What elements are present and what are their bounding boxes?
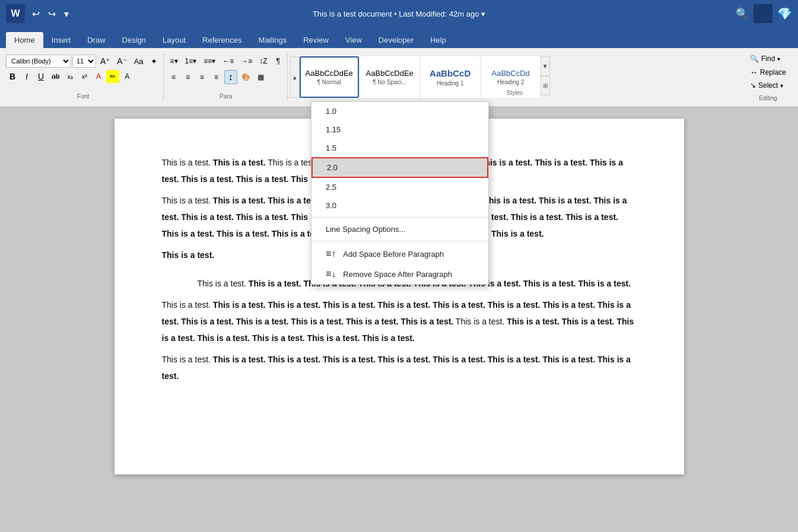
styles-group-label: Styles bbox=[507, 90, 523, 96]
font-shade-btn[interactable]: A bbox=[120, 70, 133, 83]
ribbon-tabs: Home Insert Draw Design Layout Reference… bbox=[0, 27, 798, 48]
tab-design[interactable]: Design bbox=[114, 32, 154, 48]
line-spacing-btn[interactable]: ↕ bbox=[224, 70, 237, 84]
line-spacing-options-label: Line Spacing Options... bbox=[326, 225, 405, 234]
remove-space-after[interactable]: ≡↓ Remove Space After Paragraph bbox=[311, 264, 488, 284]
quick-access-toolbar: ↩ ↪ ▾ bbox=[30, 6, 71, 22]
sort-btn[interactable]: ↕Z bbox=[256, 55, 270, 68]
tab-draw[interactable]: Draw bbox=[79, 32, 113, 48]
styles-scroll-down[interactable]: ▼ bbox=[541, 56, 550, 76]
tab-help[interactable]: Help bbox=[422, 32, 454, 48]
increase-indent-btn[interactable]: →≡ bbox=[238, 55, 255, 68]
font-case-btn[interactable]: Aa bbox=[131, 55, 147, 68]
document-area: This is a test. This is a test. This is … bbox=[0, 107, 798, 532]
line-spacing-options[interactable]: Line Spacing Options... bbox=[311, 220, 488, 238]
spacing-2-0[interactable]: 2.0 bbox=[311, 157, 488, 178]
spacing-1-0[interactable]: 1.0 bbox=[311, 107, 488, 120]
font-row-1: Calibri (Body) 11 A⁺ A⁻ Aa ✦ bbox=[6, 55, 161, 68]
tab-developer[interactable]: Developer bbox=[370, 32, 422, 48]
tab-references[interactable]: References bbox=[194, 32, 250, 48]
spacing-1-15-label: 1.15 bbox=[326, 125, 341, 134]
select-icon: ↘ bbox=[750, 81, 756, 90]
style-normal-preview: AaBbCcDdEe bbox=[306, 69, 353, 78]
style-no-spacing[interactable]: AaBbCcDdEe ¶ No Spaci... bbox=[360, 56, 419, 98]
paragraph-group: ≡▾ 1≡▾ ≡≡▾ ←≡ →≡ ↕Z ¶ ≡ ≡ ≡ ≡ ↕ 🎨 ▦ Para bbox=[165, 53, 288, 101]
underline-button[interactable]: U bbox=[34, 70, 47, 83]
multilevel-btn[interactable]: ≡≡▾ bbox=[201, 55, 218, 68]
styles-expand-btn[interactable]: ⊞ bbox=[541, 76, 550, 95]
italic-button[interactable]: I bbox=[20, 70, 33, 83]
add-space-icon: ≡↑ bbox=[326, 249, 336, 259]
align-center-btn[interactable]: ≡ bbox=[182, 71, 195, 84]
paragraph-6: This is a test. This is a test. This is … bbox=[162, 351, 637, 384]
numbering-btn[interactable]: 1≡▾ bbox=[182, 55, 200, 68]
word-ribbon-icon: 💎 bbox=[777, 7, 792, 21]
subscript-btn[interactable]: x₂ bbox=[63, 70, 77, 83]
line-spacing-dropdown: 1.0 1.15 1.5 2.0 2.5 3.0 Line Spacing Op… bbox=[311, 107, 489, 285]
style-heading1[interactable]: AaBbCcD Heading 1 bbox=[421, 56, 480, 98]
font-size-select[interactable]: 11 bbox=[72, 55, 96, 68]
font-group: Calibri (Body) 11 A⁺ A⁻ Aa ✦ B I U ab x₂… bbox=[4, 53, 164, 101]
show-para-btn[interactable]: ¶ bbox=[272, 55, 285, 68]
remove-space-label: Remove Space After Paragraph bbox=[343, 270, 452, 279]
align-left-btn[interactable]: ≡ bbox=[167, 71, 180, 84]
decrease-font-btn[interactable]: A⁻ bbox=[114, 55, 129, 68]
style-no-spacing-preview: AaBbCcDdEe bbox=[366, 69, 414, 78]
tab-home[interactable]: Home bbox=[6, 32, 43, 48]
para-row-1: ≡▾ 1≡▾ ≡≡▾ ←≡ →≡ ↕Z ¶ bbox=[167, 55, 285, 68]
tab-mailings[interactable]: Mailings bbox=[250, 32, 295, 48]
spacing-2-5-label: 2.5 bbox=[326, 183, 336, 192]
remove-space-icon: ≡↓ bbox=[326, 269, 336, 279]
styles-list: AaBbCcDdEe ¶ Normal AaBbCcDdEe ¶ No Spac… bbox=[300, 56, 541, 98]
paragraph-5: This is a test. This is a test. This is … bbox=[162, 297, 637, 346]
spacing-1-15[interactable]: 1.15 bbox=[311, 120, 488, 139]
borders-btn[interactable]: ▦ bbox=[255, 71, 268, 84]
search-button[interactable]: 🔍 bbox=[736, 7, 749, 20]
spacing-3-0-label: 3.0 bbox=[326, 201, 336, 210]
style-heading2-label: Heading 2 bbox=[497, 79, 524, 85]
spacing-1-5[interactable]: 1.5 bbox=[311, 139, 488, 157]
editing-group-label: Editing bbox=[746, 95, 790, 101]
tab-insert[interactable]: Insert bbox=[43, 32, 80, 48]
tab-review[interactable]: Review bbox=[295, 32, 337, 48]
replace-icon: ↔ bbox=[750, 68, 758, 77]
document-title: This is a test document • Last Modified:… bbox=[313, 9, 485, 18]
redo-button[interactable]: ↪ bbox=[46, 6, 58, 22]
highlight-btn[interactable]: ✏ bbox=[106, 70, 119, 83]
font-color-btn[interactable]: A bbox=[92, 70, 105, 83]
style-heading1-preview: AaBbCcD bbox=[430, 68, 470, 79]
styles-scroll-up[interactable]: ▲ bbox=[290, 56, 300, 98]
replace-button[interactable]: ↔ Replace bbox=[746, 66, 790, 78]
find-button[interactable]: 🔍 Find ▾ bbox=[746, 53, 790, 65]
add-space-label: Add Space Before Paragraph bbox=[343, 250, 444, 259]
tab-view[interactable]: View bbox=[337, 32, 370, 48]
find-icon: 🔍 bbox=[750, 55, 759, 63]
superscript-btn[interactable]: x² bbox=[78, 70, 91, 83]
justify-btn[interactable]: ≡ bbox=[210, 71, 223, 84]
undo-button[interactable]: ↩ bbox=[30, 6, 42, 22]
user-avatar[interactable] bbox=[754, 4, 772, 23]
spacing-1-5-label: 1.5 bbox=[326, 144, 336, 152]
decrease-indent-btn[interactable]: ←≡ bbox=[220, 55, 237, 68]
add-space-before[interactable]: ≡↑ Add Space Before Paragraph bbox=[311, 244, 488, 264]
increase-font-btn[interactable]: A⁺ bbox=[97, 55, 113, 68]
bullets-btn[interactable]: ≡▾ bbox=[167, 55, 181, 68]
style-heading1-label: Heading 1 bbox=[437, 80, 464, 87]
spacing-2-0-label: 2.0 bbox=[327, 163, 338, 172]
select-button[interactable]: ↘ Select ▾ bbox=[746, 79, 790, 91]
style-normal-label: ¶ Normal bbox=[317, 79, 341, 85]
spacing-3-0[interactable]: 3.0 bbox=[311, 196, 488, 215]
font-family-select[interactable]: Calibri (Body) bbox=[6, 55, 71, 68]
para-group-label: Para bbox=[220, 93, 232, 100]
editing-section: 🔍 Find ▾ ↔ Replace ↘ Select ▾ Editing bbox=[742, 50, 794, 104]
align-right-btn[interactable]: ≡ bbox=[196, 71, 209, 84]
customize-button[interactable]: ▾ bbox=[62, 6, 71, 22]
tab-layout[interactable]: Layout bbox=[154, 32, 194, 48]
strikethrough-btn[interactable]: ab bbox=[49, 70, 62, 83]
clear-format-btn[interactable]: ✦ bbox=[148, 55, 161, 68]
style-normal[interactable]: AaBbCcDdEe ¶ Normal bbox=[300, 56, 359, 98]
shading-btn[interactable]: 🎨 bbox=[239, 71, 253, 84]
font-group-label: Font bbox=[77, 93, 89, 100]
bold-button[interactable]: B bbox=[6, 70, 19, 83]
spacing-2-5[interactable]: 2.5 bbox=[311, 178, 488, 196]
